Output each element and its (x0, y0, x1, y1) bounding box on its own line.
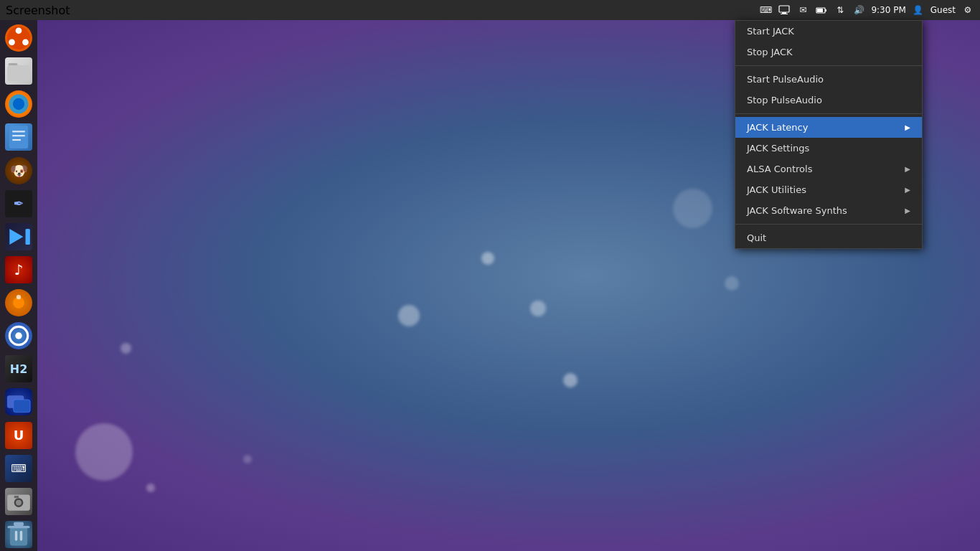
svg-rect-1 (782, 12, 786, 14)
menu-item-label-alsa-controls: ALSA Controls (747, 164, 905, 174)
svg-rect-19 (26, 229, 30, 245)
menu-separator (735, 113, 922, 114)
menu-separator (735, 65, 922, 66)
menu-item-label-jack-utilities: JACK Utilities (747, 184, 905, 195)
sidebar-item-blender[interactable] (3, 288, 34, 318)
menu-item-label-start-jack: Start JACK (747, 26, 910, 37)
sidebar-item-kdenlive[interactable] (3, 222, 34, 252)
menu-item-alsa-controls[interactable]: ALSA Controls▶ (735, 159, 922, 179)
menu-separator (735, 224, 922, 225)
sidebar-item-h2[interactable]: H2 (3, 354, 34, 384)
sidebar-item-firefox[interactable] (3, 89, 34, 119)
sidebar-item-virtualbox[interactable] (3, 387, 34, 417)
clock[interactable]: 9:30 PM (871, 5, 905, 15)
sidebar-item-text-editor[interactable] (3, 122, 34, 152)
sidebar-item-synapse[interactable] (3, 321, 34, 351)
svg-rect-0 (779, 6, 789, 12)
username[interactable]: Guest (930, 5, 956, 15)
menu-item-label-start-pulseaudio: Start PulseAudio (747, 74, 910, 85)
sidebar-item-ubuntu[interactable] (3, 23, 34, 53)
svg-point-13 (13, 98, 24, 110)
svg-rect-4 (825, 9, 826, 11)
keyboard-icon[interactable]: ⌨ (759, 4, 772, 17)
menu-item-jack-latency[interactable]: JACK Latency▶ (735, 117, 922, 138)
svg-rect-30 (10, 527, 27, 546)
svg-marker-18 (9, 229, 23, 245)
email-icon[interactable]: ✉ (796, 4, 809, 17)
svg-point-8 (9, 39, 15, 46)
svg-point-21 (17, 295, 21, 299)
top-panel: Screenshot ⌨ ✉ ⇅ 🔊 9:30 PM 👤 Guest ⚙ (0, 0, 980, 20)
sidebar-item-keyboard[interactable]: ⌨ (3, 453, 34, 484)
menu-item-quit[interactable]: Quit (735, 227, 922, 248)
sidebar: 🐶 ✒ ♪ (0, 20, 37, 551)
sidebar-item-ubuntu-software[interactable]: U (3, 420, 34, 451)
menu-item-label-stop-pulseaudio: Stop PulseAudio (747, 95, 910, 105)
sidebar-item-files[interactable] (3, 56, 34, 86)
sidebar-item-gimp[interactable]: 🐶 (3, 156, 34, 186)
menu-item-label-jack-settings: JACK Settings (747, 143, 910, 154)
menu-item-stop-pulseaudio[interactable]: Stop PulseAudio (735, 90, 922, 110)
svg-point-7 (16, 27, 22, 34)
menu-item-stop-jack[interactable]: Stop JACK (735, 42, 922, 62)
battery-icon[interactable] (815, 4, 828, 17)
sidebar-item-screenshot[interactable] (3, 486, 34, 517)
sidebar-item-trash[interactable] (3, 519, 34, 550)
menu-item-jack-utilities[interactable]: JACK Utilities▶ (735, 179, 922, 200)
sidebar-item-inkscape[interactable]: ✒ (3, 189, 34, 219)
user-icon[interactable]: 👤 (912, 4, 925, 17)
sidebar-item-red[interactable]: ♪ (3, 255, 34, 285)
svg-rect-16 (12, 136, 25, 137)
svg-rect-14 (9, 126, 28, 149)
svg-rect-17 (12, 139, 21, 141)
svg-rect-2 (781, 14, 788, 14)
submenu-arrow-icon: ▶ (905, 123, 910, 131)
submenu-arrow-icon: ▶ (905, 186, 910, 194)
svg-rect-32 (14, 522, 24, 526)
svg-rect-11 (7, 65, 30, 81)
panel-title: Screenshot (6, 4, 70, 17)
menu-item-start-jack[interactable]: Start JACK (735, 21, 922, 42)
menu-item-label-stop-jack: Stop JACK (747, 47, 910, 57)
session-icon[interactable]: ⚙ (961, 4, 974, 17)
svg-point-28 (16, 499, 22, 505)
svg-rect-34 (20, 531, 22, 541)
network-icon[interactable]: ⇅ (834, 4, 847, 17)
svg-rect-5 (817, 9, 823, 12)
menu-item-start-pulseaudio[interactable]: Start PulseAudio (735, 69, 922, 90)
svg-point-23 (15, 332, 22, 339)
submenu-arrow-icon: ▶ (905, 207, 910, 215)
svg-rect-33 (15, 531, 17, 541)
monitor-icon[interactable] (778, 4, 791, 17)
submenu-arrow-icon: ▶ (905, 165, 910, 173)
panel-right-area: ⌨ ✉ ⇅ 🔊 9:30 PM 👤 Guest ⚙ (759, 4, 974, 17)
svg-rect-31 (7, 526, 29, 528)
svg-rect-29 (14, 496, 19, 498)
svg-rect-25 (14, 400, 30, 413)
svg-point-9 (22, 39, 29, 46)
menu-item-jack-settings[interactable]: JACK Settings (735, 138, 922, 159)
menu-item-label-jack-latency: JACK Latency (747, 122, 905, 133)
svg-rect-15 (12, 131, 25, 133)
menu-item-label-jack-software-synths: JACK Software Synths (747, 205, 905, 216)
context-menu: Start JACKStop JACKStart PulseAudioStop … (735, 20, 923, 249)
volume-icon[interactable]: 🔊 (852, 4, 865, 17)
menu-item-jack-software-synths[interactable]: JACK Software Synths▶ (735, 200, 922, 221)
menu-item-label-quit: Quit (747, 232, 910, 243)
